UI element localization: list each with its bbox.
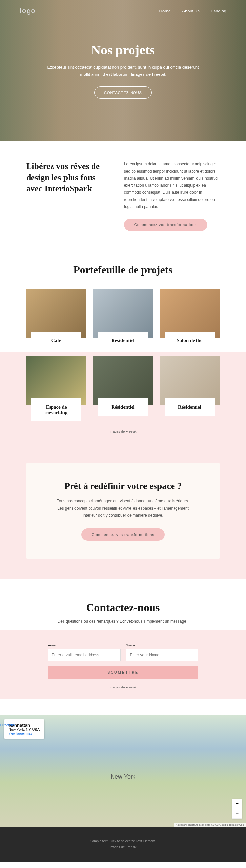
- intro-section: Libérez vos rêves de design les plus fou…: [0, 141, 246, 251]
- portfolio-card[interactable]: Salon de thé: [160, 289, 220, 349]
- email-label: Email: [48, 643, 121, 647]
- card-label: Résidentiel: [165, 398, 215, 416]
- nav-home[interactable]: Home: [159, 8, 171, 13]
- credit-link[interactable]: Freepik: [126, 686, 136, 689]
- hero-title: Nos projets: [44, 42, 202, 58]
- portfolio-card[interactable]: Café: [26, 289, 86, 349]
- card-label: Salon de thé: [165, 332, 215, 349]
- footer-credit-link[interactable]: Freepik: [126, 845, 136, 849]
- card-label: Résidentiel: [98, 332, 148, 349]
- cta-title: Prêt à redéfinir votre espace ?: [56, 481, 190, 491]
- portfolio-card[interactable]: Espace de coworking: [26, 356, 86, 422]
- zoom-in-button[interactable]: +: [232, 799, 242, 809]
- card-label: Café: [31, 332, 81, 349]
- card-image: [160, 289, 220, 338]
- card-image: [26, 356, 86, 405]
- footer-text-1: Sample text. Click to select the Text El…: [11, 838, 235, 844]
- portfolio-card[interactable]: Résidentiel: [93, 289, 153, 349]
- directions-link[interactable]: Directions: [0, 723, 15, 727]
- intro-cta-button[interactable]: Commencez vos transformations: [124, 219, 207, 231]
- submit-button[interactable]: SOUMETTRE: [48, 666, 198, 679]
- cta-text: Tous nos concepts d'aménagement visent à…: [56, 498, 190, 519]
- card-image: [93, 356, 153, 405]
- contact-form: Email Name SOUMETTRE Images de Freepik: [41, 643, 205, 689]
- map-section[interactable]: Manhattan New York, NY, USA View larger …: [0, 715, 246, 827]
- card-image: [26, 289, 86, 338]
- hero-cta-button[interactable]: CONTACTEZ-NOUS: [94, 86, 152, 99]
- zoom-out-button[interactable]: −: [232, 809, 242, 819]
- portfolio-credit: Images de Freepik: [0, 430, 246, 433]
- portfolio-card[interactable]: Résidentiel: [93, 356, 153, 422]
- map-city-label: New York: [111, 773, 135, 780]
- portfolio-grid: Café Résidentiel Salon de thé Espace de …: [0, 289, 246, 422]
- intro-text: Lorem ipsum dolor sit amet, consectetur …: [124, 161, 220, 210]
- top-nav: logo Home About Us Landing: [0, 0, 246, 22]
- contact-credit: Images de Freepik: [48, 686, 198, 689]
- card-image: [160, 356, 220, 405]
- map-address: New York, NY, USA: [8, 727, 40, 732]
- name-label: Name: [126, 643, 199, 647]
- portfolio-section: Portefeuille de projets Café Résidentiel…: [0, 251, 246, 453]
- footer: Sample text. Click to select the Text El…: [0, 827, 246, 862]
- cta-button[interactable]: Commencez vos transformations: [81, 528, 165, 541]
- map-attribution: Keyboard shortcuts Map data ©2023 Google…: [174, 823, 246, 827]
- card-image: [93, 289, 153, 338]
- hero-text: Excepteur sint occaecat cupidatat non pr…: [44, 64, 202, 78]
- card-label: Résidentiel: [98, 398, 148, 416]
- intro-title: Libérez vos rêves de design les plus fou…: [26, 161, 107, 194]
- contact-section: Contactez-nous Des questions ou des rema…: [0, 579, 246, 715]
- map-info-card: Manhattan New York, NY, USA View larger …: [4, 719, 44, 739]
- contact-subtitle: Des questions ou des remarques ? Écrivez…: [0, 619, 246, 623]
- nav-about[interactable]: About Us: [182, 8, 199, 13]
- map-zoom-controls: + −: [232, 799, 242, 819]
- portfolio-card[interactable]: Résidentiel: [160, 356, 220, 422]
- nav-landing[interactable]: Landing: [211, 8, 226, 13]
- name-input[interactable]: [126, 649, 199, 661]
- email-input[interactable]: [48, 649, 121, 661]
- view-larger-map-link[interactable]: View larger map: [8, 732, 32, 736]
- credit-link[interactable]: Freepik: [126, 430, 136, 433]
- card-label: Espace de coworking: [31, 398, 81, 422]
- cta-section: Prêt à redéfinir votre espace ? Tous nos…: [0, 453, 246, 579]
- nav-links: Home About Us Landing: [159, 8, 226, 13]
- contact-title: Contactez-nous: [0, 601, 246, 614]
- logo[interactable]: logo: [20, 6, 36, 15]
- footer-text-2: Images de Freepik: [11, 844, 235, 850]
- portfolio-title: Portefeuille de projets: [0, 264, 246, 276]
